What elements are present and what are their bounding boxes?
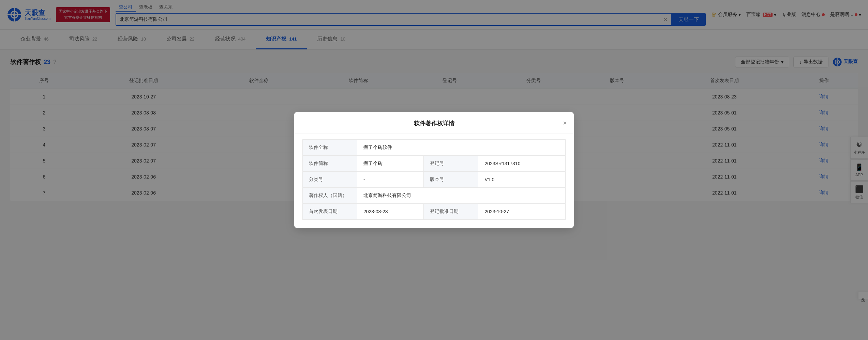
label-version: 版本号 xyxy=(424,172,478,188)
modal-body: 软件全称 搬了个砖软件 软件简称 搬了个砖 登记号 2023SR1317310 … xyxy=(294,139,574,208)
modal-title: 软件著作权详情 xyxy=(414,120,454,127)
label-author: 著作权人（国籍） xyxy=(303,188,357,204)
value-pubdate: 2023-08-23 xyxy=(357,204,424,208)
detail-row-author: 著作权人（国籍） 北京简游科技有限公司 xyxy=(303,188,566,204)
detail-row-fullname: 软件全称 搬了个砖软件 xyxy=(303,140,566,156)
value-catno: - xyxy=(357,172,424,188)
detail-row-shortname: 软件简称 搬了个砖 登记号 2023SR1317310 xyxy=(303,156,566,172)
value-fullname: 搬了个砖软件 xyxy=(357,140,566,156)
label-shortname: 软件简称 xyxy=(303,156,357,172)
value-version: V1.0 xyxy=(478,172,566,188)
value-author: 北京简游科技有限公司 xyxy=(357,188,566,204)
label-fullname: 软件全称 xyxy=(303,140,357,156)
detail-row-catno: 分类号 - 版本号 V1.0 xyxy=(303,172,566,188)
modal-close-button[interactable]: × xyxy=(563,120,567,126)
value-shortname: 搬了个砖 xyxy=(357,156,424,172)
label-regdate: 登记批准日期 xyxy=(424,204,478,208)
modal-dialog: 软件著作权详情 × 软件全称 搬了个砖软件 软件简称 搬了个砖 登记号 2023… xyxy=(294,112,574,208)
value-regno: 2023SR1317310 xyxy=(478,156,566,172)
label-regno: 登记号 xyxy=(424,156,478,172)
value-regdate: 2023-10-27 xyxy=(478,204,566,208)
label-catno: 分类号 xyxy=(303,172,357,188)
modal-header: 软件著作权详情 × xyxy=(294,112,574,134)
modal-overlay[interactable]: 软件著作权详情 × 软件全称 搬了个砖软件 软件简称 搬了个砖 登记号 2023… xyxy=(0,0,868,208)
detail-row-pubdate: 首次发表日期 2023-08-23 登记批准日期 2023-10-27 xyxy=(303,204,566,208)
label-pubdate: 首次发表日期 xyxy=(303,204,357,208)
detail-table: 软件全称 搬了个砖软件 软件简称 搬了个砖 登记号 2023SR1317310 … xyxy=(302,139,566,208)
